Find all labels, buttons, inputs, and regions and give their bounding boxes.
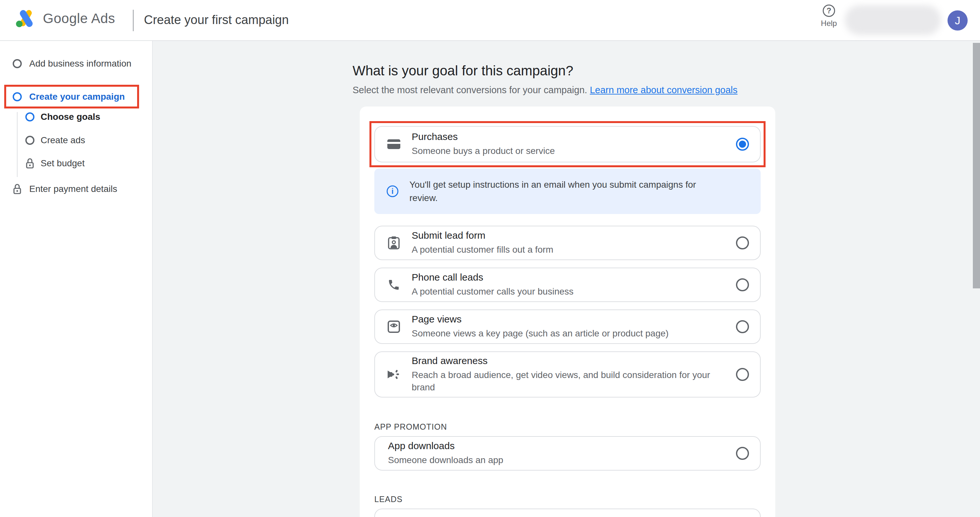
- help-button[interactable]: ? Help: [818, 5, 840, 28]
- brand-google: Google: [43, 11, 88, 26]
- goal-texts: Page views Someone views a key page (suc…: [412, 314, 736, 340]
- step-circle-icon: [25, 113, 35, 121]
- radio-button-brand-awareness[interactable]: [736, 368, 749, 381]
- sidebar-item-label: Enter payment details: [29, 184, 117, 194]
- goal-question-heading: What is your goal for this campaign?: [353, 62, 775, 79]
- progress-sidebar: Add business information Create your cam…: [0, 41, 153, 517]
- step-circle-icon: [25, 136, 35, 145]
- sidebar-item-label: Choose goals: [41, 112, 100, 122]
- goal-card-purchases[interactable]: Purchases Someone buys a product or serv…: [374, 126, 760, 162]
- setup-info-banner: i You'll get setup instructions in an em…: [374, 168, 760, 214]
- radio-button-page-views[interactable]: [736, 320, 749, 333]
- google-ads-triangle-icon: [16, 9, 36, 28]
- vertical-scrollbar[interactable]: [973, 43, 980, 289]
- step-circle-icon: [13, 92, 22, 101]
- help-label: Help: [818, 19, 840, 28]
- goal-texts: Purchases Someone buys a product or serv…: [412, 131, 736, 157]
- goal-card-app-downloads[interactable]: App downloads Someone downloads an app: [374, 436, 760, 471]
- phone-icon: [387, 278, 401, 291]
- goal-title: Phone call leads: [412, 272, 736, 283]
- goal-texts: Brand awareness Reach a broad audience, …: [412, 355, 736, 393]
- help-icon[interactable]: ?: [823, 5, 835, 17]
- goal-card-submit-lead-form[interactable]: Submit lead form A potential customer fi…: [374, 226, 760, 260]
- radio-button-submit-lead-form[interactable]: [736, 236, 749, 249]
- lead-form-icon: [387, 236, 401, 250]
- sidebar-item-choose-goals[interactable]: Choose goals: [25, 110, 100, 124]
- goal-title: Purchases: [412, 131, 736, 142]
- sidebar-item-label: Set budget: [41, 158, 84, 168]
- learn-more-link[interactable]: Learn more about conversion goals: [590, 85, 738, 95]
- annotation-box-create-your-campaign: Create your campaign: [4, 85, 139, 108]
- header-divider: [133, 10, 134, 31]
- goals-panel: Purchases Someone buys a product or serv…: [360, 106, 775, 517]
- banner-text: You'll get setup instructions in an emai…: [409, 178, 712, 205]
- step-circle-icon: [13, 59, 22, 68]
- sidebar-item-label: Create your campaign: [29, 92, 125, 102]
- goal-card-partial[interactable]: [374, 509, 760, 517]
- radio-button-app-downloads[interactable]: [736, 447, 749, 460]
- account-info-redacted: [845, 5, 941, 35]
- sidebar-item-create-your-campaign[interactable]: Create your campaign: [13, 90, 125, 103]
- main-content: What is your goal for this campaign? Sel…: [153, 41, 980, 517]
- goal-card-page-views[interactable]: Page views Someone views a key page (suc…: [374, 309, 760, 344]
- goal-card-brand-awareness[interactable]: Brand awareness Reach a broad audience, …: [374, 351, 760, 398]
- goal-question-subtitle: Select the most relevant conversions for…: [353, 84, 775, 95]
- sidebar-item-set-budget[interactable]: Set budget: [25, 157, 84, 170]
- page-eye-icon: [387, 320, 401, 333]
- radio-button-purchases[interactable]: [736, 138, 749, 151]
- goal-texts: App downloads Someone downloads an app: [388, 440, 736, 466]
- subtitle-text: Select the most relevant conversions for…: [353, 85, 590, 95]
- sidebar-item-enter-payment-details[interactable]: Enter payment details: [12, 182, 117, 195]
- goal-desc: Someone buys a product or service: [412, 145, 736, 157]
- stepper-connector-line: [17, 112, 18, 177]
- lock-icon: [25, 157, 35, 170]
- page-title: Create your first campaign: [144, 13, 289, 27]
- sidebar-item-add-business-information[interactable]: Add business information: [13, 57, 131, 70]
- section-label-app-promotion: APP PROMOTION: [374, 422, 760, 431]
- avatar[interactable]: J: [948, 10, 968, 30]
- google-ads-logo[interactable]: GoogleAds: [16, 9, 115, 28]
- goal-title: Brand awareness: [412, 355, 736, 366]
- goal-desc: Reach a broad audience, get video views,…: [412, 369, 717, 393]
- brand-ads: Ads: [91, 11, 115, 26]
- goal-desc: Someone views a key page (such as an art…: [412, 327, 736, 340]
- brand-text: GoogleAds: [43, 11, 115, 26]
- credit-card-icon: [387, 138, 401, 151]
- app-header: GoogleAds Create your first campaign ? H…: [0, 0, 980, 41]
- goal-card-phone-call-leads[interactable]: Phone call leads A potential customer ca…: [374, 268, 760, 302]
- goal-texts: Phone call leads A potential customer ca…: [412, 272, 736, 298]
- goal-title: Submit lead form: [412, 230, 736, 241]
- radio-button-phone-call-leads[interactable]: [736, 278, 749, 291]
- section-label-leads: LEADS: [374, 495, 760, 504]
- goal-title: App downloads: [388, 440, 736, 451]
- info-icon: i: [387, 186, 398, 197]
- megaphone-icon: [387, 368, 401, 381]
- sidebar-item-label: Add business information: [29, 59, 131, 69]
- goal-texts: Submit lead form A potential customer fi…: [412, 230, 736, 256]
- sidebar-item-label: Create ads: [41, 135, 85, 146]
- sidebar-item-create-ads[interactable]: Create ads: [25, 134, 85, 147]
- goal-title: Page views: [412, 314, 736, 325]
- lock-icon: [12, 183, 22, 195]
- goal-desc: A potential customer calls your business: [412, 285, 736, 298]
- goal-desc: A potential customer fills out a form: [412, 244, 736, 256]
- goal-desc: Someone downloads an app: [388, 454, 736, 466]
- annotation-box-purchases: Purchases Someone buys a product or serv…: [369, 121, 765, 167]
